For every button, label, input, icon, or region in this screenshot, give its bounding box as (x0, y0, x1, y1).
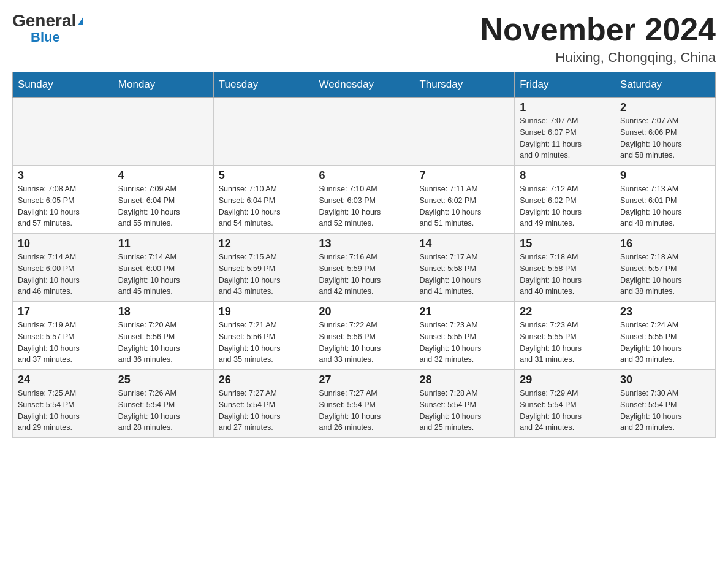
calendar-cell: 18Sunrise: 7:20 AMSunset: 5:56 PMDayligh… (113, 302, 213, 370)
day-info: Sunrise: 7:28 AMSunset: 5:54 PMDaylight:… (419, 388, 509, 434)
day-info: Sunrise: 7:22 AMSunset: 5:56 PMDaylight:… (319, 320, 409, 366)
day-info: Sunrise: 7:08 AMSunset: 6:05 PMDaylight:… (18, 183, 108, 229)
calendar-cell: 21Sunrise: 7:23 AMSunset: 5:55 PMDayligh… (414, 302, 515, 370)
day-info: Sunrise: 7:10 AMSunset: 6:03 PMDaylight:… (319, 183, 409, 229)
calendar-table: Sunday Monday Tuesday Wednesday Thursday… (12, 72, 716, 438)
calendar-cell: 11Sunrise: 7:14 AMSunset: 6:00 PMDayligh… (113, 234, 213, 302)
day-info: Sunrise: 7:24 AMSunset: 5:55 PMDaylight:… (620, 320, 710, 366)
day-info: Sunrise: 7:23 AMSunset: 5:55 PMDaylight:… (419, 320, 509, 366)
day-number: 1 (520, 101, 610, 114)
day-number: 30 (620, 373, 710, 386)
calendar-cell: 12Sunrise: 7:15 AMSunset: 5:59 PMDayligh… (213, 234, 314, 302)
day-number: 3 (18, 169, 108, 182)
day-number: 26 (219, 373, 309, 386)
day-number: 18 (118, 305, 208, 318)
calendar-row-1: 3Sunrise: 7:08 AMSunset: 6:05 PMDaylight… (13, 166, 716, 234)
calendar-row-4: 24Sunrise: 7:25 AMSunset: 5:54 PMDayligh… (13, 370, 716, 438)
day-number: 22 (520, 305, 610, 318)
calendar-cell: 15Sunrise: 7:18 AMSunset: 5:58 PMDayligh… (515, 234, 615, 302)
calendar-cell (414, 98, 515, 166)
day-number: 5 (219, 169, 309, 182)
calendar-cell (314, 98, 414, 166)
calendar-cell: 26Sunrise: 7:27 AMSunset: 5:54 PMDayligh… (213, 370, 314, 438)
logo-general-text: General (12, 12, 83, 29)
day-number: 16 (620, 237, 710, 250)
calendar-cell: 5Sunrise: 7:10 AMSunset: 6:04 PMDaylight… (213, 166, 314, 234)
day-info: Sunrise: 7:07 AMSunset: 6:07 PMDaylight:… (520, 115, 610, 161)
day-number: 21 (419, 305, 509, 318)
day-info: Sunrise: 7:18 AMSunset: 5:57 PMDaylight:… (620, 251, 710, 297)
day-info: Sunrise: 7:07 AMSunset: 6:06 PMDaylight:… (620, 115, 710, 161)
day-number: 13 (319, 237, 409, 250)
calendar-cell: 16Sunrise: 7:18 AMSunset: 5:57 PMDayligh… (615, 234, 716, 302)
calendar-cell: 8Sunrise: 7:12 AMSunset: 6:02 PMDaylight… (515, 166, 615, 234)
title-area: November 2024 Huixing, Chongqing, China (480, 12, 716, 66)
calendar-row-2: 10Sunrise: 7:14 AMSunset: 6:00 PMDayligh… (13, 234, 716, 302)
day-info: Sunrise: 7:09 AMSunset: 6:04 PMDaylight:… (118, 183, 208, 229)
calendar-cell (13, 98, 113, 166)
day-info: Sunrise: 7:11 AMSunset: 6:02 PMDaylight:… (419, 183, 509, 229)
calendar-cell: 10Sunrise: 7:14 AMSunset: 6:00 PMDayligh… (13, 234, 113, 302)
calendar-cell (113, 98, 213, 166)
calendar-cell: 30Sunrise: 7:30 AMSunset: 5:54 PMDayligh… (615, 370, 716, 438)
day-info: Sunrise: 7:27 AMSunset: 5:54 PMDaylight:… (219, 388, 309, 434)
day-info: Sunrise: 7:23 AMSunset: 5:55 PMDaylight:… (520, 320, 610, 366)
location: Huixing, Chongqing, China (480, 50, 716, 66)
logo-blue-text: Blue (31, 29, 60, 45)
day-number: 10 (18, 237, 108, 250)
day-info: Sunrise: 7:27 AMSunset: 5:54 PMDaylight:… (319, 388, 409, 434)
day-number: 4 (118, 169, 208, 182)
month-year: November 2024 (480, 12, 716, 47)
day-number: 7 (419, 169, 509, 182)
calendar-cell: 28Sunrise: 7:28 AMSunset: 5:54 PMDayligh… (414, 370, 515, 438)
day-number: 8 (520, 169, 610, 182)
calendar-cell: 17Sunrise: 7:19 AMSunset: 5:57 PMDayligh… (13, 302, 113, 370)
day-number: 27 (319, 373, 409, 386)
day-info: Sunrise: 7:12 AMSunset: 6:02 PMDaylight:… (520, 183, 610, 229)
calendar-cell: 2Sunrise: 7:07 AMSunset: 6:06 PMDaylight… (615, 98, 716, 166)
calendar-cell: 25Sunrise: 7:26 AMSunset: 5:54 PMDayligh… (113, 370, 213, 438)
day-info: Sunrise: 7:18 AMSunset: 5:58 PMDaylight:… (520, 251, 610, 297)
calendar-cell: 9Sunrise: 7:13 AMSunset: 6:01 PMDaylight… (615, 166, 716, 234)
calendar-cell: 24Sunrise: 7:25 AMSunset: 5:54 PMDayligh… (13, 370, 113, 438)
header-tuesday: Tuesday (213, 72, 314, 98)
calendar-cell: 1Sunrise: 7:07 AMSunset: 6:07 PMDaylight… (515, 98, 615, 166)
calendar-cell: 6Sunrise: 7:10 AMSunset: 6:03 PMDaylight… (314, 166, 414, 234)
day-info: Sunrise: 7:16 AMSunset: 5:59 PMDaylight:… (319, 251, 409, 297)
day-number: 9 (620, 169, 710, 182)
day-info: Sunrise: 7:21 AMSunset: 5:56 PMDaylight:… (219, 320, 309, 366)
day-number: 29 (520, 373, 610, 386)
day-info: Sunrise: 7:15 AMSunset: 5:59 PMDaylight:… (219, 251, 309, 297)
day-number: 17 (18, 305, 108, 318)
day-info: Sunrise: 7:13 AMSunset: 6:01 PMDaylight:… (620, 183, 710, 229)
day-info: Sunrise: 7:26 AMSunset: 5:54 PMDaylight:… (118, 388, 208, 434)
day-number: 2 (620, 101, 710, 114)
day-number: 6 (319, 169, 409, 182)
day-info: Sunrise: 7:20 AMSunset: 5:56 PMDaylight:… (118, 320, 208, 366)
header: General Blue November 2024 Huixing, Chon… (12, 12, 716, 66)
calendar-cell: 29Sunrise: 7:29 AMSunset: 5:54 PMDayligh… (515, 370, 615, 438)
day-info: Sunrise: 7:14 AMSunset: 6:00 PMDaylight:… (18, 251, 108, 297)
calendar-cell: 13Sunrise: 7:16 AMSunset: 5:59 PMDayligh… (314, 234, 414, 302)
header-wednesday: Wednesday (314, 72, 414, 98)
calendar-row-0: 1Sunrise: 7:07 AMSunset: 6:07 PMDaylight… (13, 98, 716, 166)
day-info: Sunrise: 7:30 AMSunset: 5:54 PMDaylight:… (620, 388, 710, 434)
day-number: 23 (620, 305, 710, 318)
day-info: Sunrise: 7:29 AMSunset: 5:54 PMDaylight:… (520, 388, 610, 434)
day-number: 14 (419, 237, 509, 250)
header-friday: Friday (515, 72, 615, 98)
calendar-cell: 27Sunrise: 7:27 AMSunset: 5:54 PMDayligh… (314, 370, 414, 438)
calendar-cell: 22Sunrise: 7:23 AMSunset: 5:55 PMDayligh… (515, 302, 615, 370)
day-number: 12 (219, 237, 309, 250)
calendar-cell: 20Sunrise: 7:22 AMSunset: 5:56 PMDayligh… (314, 302, 414, 370)
calendar-cell (213, 98, 314, 166)
day-number: 15 (520, 237, 610, 250)
logo: General Blue (12, 12, 83, 45)
logo-triangle-icon (78, 17, 83, 25)
day-number: 25 (118, 373, 208, 386)
calendar-cell: 14Sunrise: 7:17 AMSunset: 5:58 PMDayligh… (414, 234, 515, 302)
day-number: 28 (419, 373, 509, 386)
calendar-cell: 4Sunrise: 7:09 AMSunset: 6:04 PMDaylight… (113, 166, 213, 234)
day-info: Sunrise: 7:25 AMSunset: 5:54 PMDaylight:… (18, 388, 108, 434)
calendar-cell: 23Sunrise: 7:24 AMSunset: 5:55 PMDayligh… (615, 302, 716, 370)
